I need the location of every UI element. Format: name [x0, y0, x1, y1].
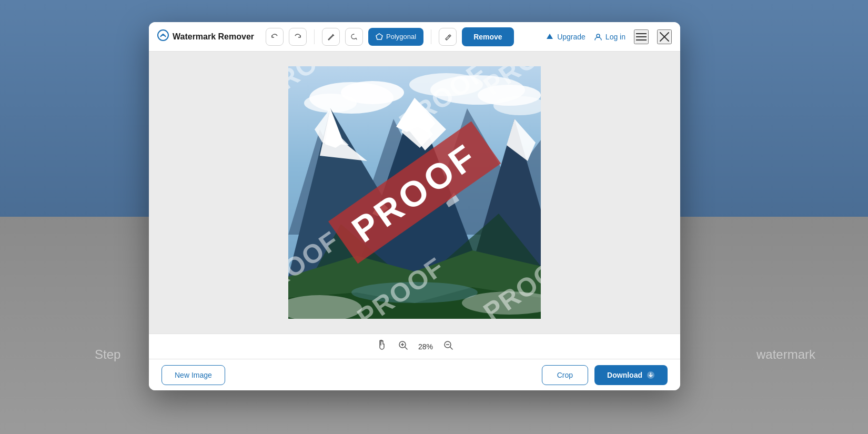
brand-name: Watermark Remover: [173, 32, 254, 42]
mountain-image: [288, 66, 541, 319]
footer-right-actions: Crop Download: [542, 365, 668, 385]
new-image-label: New Image: [175, 371, 212, 379]
canvas-area[interactable]: PROOF PROOF PROOF PROOF PROOF PROOF PROO…: [149, 52, 680, 334]
crop-label: Crop: [557, 371, 573, 379]
polygonal-tool-button[interactable]: Polygonal: [368, 28, 423, 46]
toolbar: Watermark Remover: [149, 22, 680, 52]
svg-line-42: [450, 347, 452, 349]
login-label: Log in: [605, 33, 625, 41]
upgrade-label: Upgrade: [557, 33, 586, 41]
download-icon: [647, 371, 655, 379]
undo-button[interactable]: [266, 28, 284, 46]
divider-2: [431, 29, 431, 44]
new-image-button[interactable]: New Image: [162, 365, 225, 385]
toolbar-right: Upgrade Log in: [546, 29, 672, 44]
brand-icon: [157, 29, 169, 44]
menu-button[interactable]: [634, 29, 649, 44]
close-button[interactable]: [657, 29, 672, 44]
crop-button[interactable]: Crop: [542, 365, 588, 385]
pen-tool-button[interactable]: [322, 28, 340, 46]
svg-point-3: [597, 34, 600, 37]
download-label: Download: [607, 371, 642, 379]
svg-marker-2: [376, 34, 382, 39]
polygonal-label: Polygonal: [386, 33, 416, 41]
brand: Watermark Remover: [157, 29, 254, 44]
zoom-percentage: 28%: [415, 342, 436, 351]
zoom-out-icon[interactable]: [443, 340, 453, 352]
modal-window: Watermark Remover: [149, 22, 680, 390]
remove-button[interactable]: Remove: [462, 27, 513, 46]
erase-tool-button[interactable]: [439, 28, 457, 46]
bg-step-text: Step: [95, 347, 120, 362]
zoom-in-icon[interactable]: [398, 340, 408, 352]
remove-label: Remove: [473, 33, 502, 41]
divider-1: [314, 29, 315, 44]
svg-line-39: [405, 347, 407, 349]
redo-button[interactable]: [289, 28, 307, 46]
svg-point-1: [162, 34, 164, 36]
footer-bar: New Image Crop Download: [149, 359, 680, 390]
image-container: PROOF PROOF PROOF PROOF PROOF PROOF PROO…: [288, 66, 541, 319]
svg-point-33: [351, 282, 478, 303]
lasso-tool-button[interactable]: [345, 28, 363, 46]
login-button[interactable]: Log in: [594, 33, 625, 41]
pan-tool-icon[interactable]: [376, 340, 387, 353]
zoom-bar: 28%: [149, 334, 680, 359]
download-button[interactable]: Download: [594, 365, 668, 385]
upgrade-button[interactable]: Upgrade: [546, 33, 586, 41]
svg-point-15: [409, 73, 483, 96]
bg-watermark-text: watermark: [756, 347, 815, 362]
